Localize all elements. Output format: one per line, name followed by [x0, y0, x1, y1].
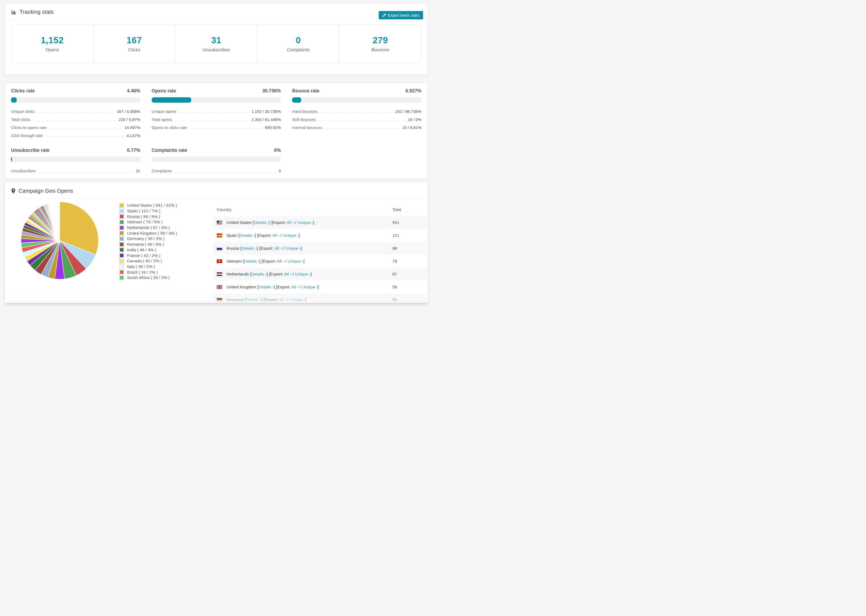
dotted-leader [174, 172, 277, 172]
row-country-cell: United States [Details ›] [Export: All ›… [227, 220, 392, 225]
rate-title: Bounce rate [292, 88, 319, 94]
legend-label: Russia ( 86 / 5% ) [127, 214, 160, 219]
rate-detail-label: Click through rate [11, 133, 43, 138]
details-link[interactable]: Details › [251, 272, 266, 276]
rate-detail-label: Internal bounces [292, 125, 322, 130]
rate-detail-label: Opens to clicks rate [152, 125, 187, 130]
bracket: ] [ [255, 233, 258, 237]
slash-separator: / [279, 233, 283, 237]
geo-content: United States ( 541 / 31% )Spain ( 121 /… [5, 198, 428, 303]
export-unique-link[interactable]: Unique › [298, 220, 313, 225]
geo-table-body: United States [Details ›] [Export: All ›… [213, 216, 426, 303]
rate-detail-value: 4.147% [127, 133, 140, 138]
rate-value: 0.77% [127, 148, 140, 153]
details-link[interactable]: Details › [244, 259, 259, 263]
export-all-link[interactable]: All › [274, 246, 282, 250]
rate-block-bounce-rate: Bounce rate6.927%Hard bounces242 / 86.73… [292, 88, 422, 140]
bracket: ] [299, 233, 300, 237]
export-all-link[interactable]: All › [279, 297, 286, 302]
export-unique-link[interactable]: Unique › [283, 233, 299, 237]
rate-value: 6.927% [406, 88, 422, 94]
rate-detail-row: Click through rate4.147% [11, 131, 140, 140]
rate-detail-label: Total clicks [11, 117, 31, 122]
export-prefix: Export: [260, 246, 275, 250]
stat-value: 0 [296, 35, 301, 46]
export-all-link[interactable]: All › [284, 272, 291, 276]
rate-title: Unsubscribe rate [11, 148, 49, 153]
bracket: ] [313, 220, 314, 225]
bracket: ] [ [257, 246, 260, 250]
legend-swatch [120, 203, 124, 208]
details-link[interactable]: Details › [239, 233, 255, 237]
export-prefix: Export: [272, 220, 287, 225]
table-row-vietnam: Vietnam [Details ›] [Export: All › / Uni… [213, 255, 426, 268]
rate-title: Clicks rate [11, 88, 35, 94]
rate-progress-fill [11, 97, 17, 103]
export-all-link[interactable]: All › [287, 220, 294, 225]
details-link[interactable]: Details › [254, 220, 269, 225]
rate-block-clicks-rate: Clicks rate4.46%Unique clicks167 / 4.456… [11, 88, 140, 140]
export-unique-link[interactable]: Unique › [288, 259, 303, 263]
legend-label: France ( 42 / 2% ) [127, 253, 160, 258]
geo-table: Country Total United States [Details ›] … [213, 198, 428, 303]
rate-detail-row: Total clicks220 / 5.87% [11, 115, 140, 123]
legend-swatch [120, 270, 124, 274]
slash-separator: / [286, 297, 290, 302]
legend-item: India ( 46 / 3% ) [120, 247, 213, 253]
tracking-stats-card: Tracking stats Export basic stats 1,152O… [4, 3, 428, 75]
legend-label: Canada ( 40 / 2% ) [127, 259, 162, 263]
details-link[interactable]: Details › [246, 297, 261, 302]
rate-detail-row: Soft bounces18 / 0% [292, 115, 422, 123]
legend-swatch [120, 225, 124, 230]
legend-item: Netherlands ( 67 / 4% ) [120, 225, 213, 231]
rate-detail-value: 689.82% [265, 125, 281, 130]
legend-item: Spain ( 121 / 7% ) [120, 208, 213, 214]
country-name: Spain [227, 233, 238, 237]
export-unique-link[interactable]: Unique › [290, 297, 305, 302]
stat-box-clicks: 167Clicks [93, 25, 175, 63]
country-name: United States [227, 220, 252, 225]
rates-grid: Clicks rate4.46%Unique clicks167 / 4.456… [5, 83, 428, 180]
legend-item: South Africa ( 29 / 2% ) [120, 275, 213, 281]
us-flag-icon [217, 221, 222, 225]
legend-item: Germany ( 55 / 3% ) [120, 236, 213, 242]
stat-label: Complaints [287, 47, 310, 53]
row-total-cell: 86 [392, 246, 422, 251]
germany-flag-icon [217, 298, 222, 302]
rate-detail-label: Hard bounces [292, 109, 317, 114]
stat-value: 31 [211, 35, 221, 46]
export-unique-link[interactable]: Unique › [302, 284, 318, 289]
export-unique-link[interactable]: Unique › [295, 272, 311, 276]
rate-progress-fill [11, 157, 12, 162]
bracket: ] [ [274, 284, 277, 289]
stat-label: Clicks [128, 47, 140, 53]
rate-title: Opens rate [152, 88, 176, 94]
bracket: ] [ [259, 259, 263, 263]
row-total-cell: 121 [392, 233, 422, 238]
export-all-link[interactable]: All › [291, 284, 299, 289]
export-unique-link[interactable]: Unique › [285, 246, 301, 250]
stat-label: Opens [46, 47, 59, 53]
export-all-link[interactable]: All › [277, 259, 284, 263]
rate-detail-row: Clicks to opens rate14.497% [11, 123, 140, 131]
bracket: ] [ [266, 272, 270, 276]
dotted-leader [33, 121, 117, 121]
legend-swatch [120, 248, 124, 252]
rate-detail-row: Unique opens1,152 / 30.736% [152, 107, 281, 115]
details-link[interactable]: Details › [241, 246, 257, 250]
export-all-link[interactable]: All › [272, 233, 280, 237]
slash-separator: / [299, 284, 302, 289]
row-total-cell: 79 [392, 259, 422, 264]
details-link[interactable]: Details › [258, 284, 274, 289]
rate-progress-fill [152, 97, 192, 103]
stat-box-opens: 1,152Opens [11, 25, 93, 63]
rate-detail-value: 14.497% [124, 125, 140, 130]
bracket: ] [301, 246, 302, 250]
country-name: Netherlands [227, 272, 250, 276]
bracket: ] [ [269, 220, 273, 225]
export-basic-stats-button[interactable]: Export basic stats [379, 11, 423, 19]
rate-detail-value: 220 / 5.87% [119, 117, 140, 122]
legend-item: Russia ( 86 / 5% ) [120, 214, 213, 219]
geo-legend: United States ( 541 / 31% )Spain ( 121 /… [120, 198, 213, 281]
legend-item: United States ( 541 / 31% ) [120, 203, 213, 208]
